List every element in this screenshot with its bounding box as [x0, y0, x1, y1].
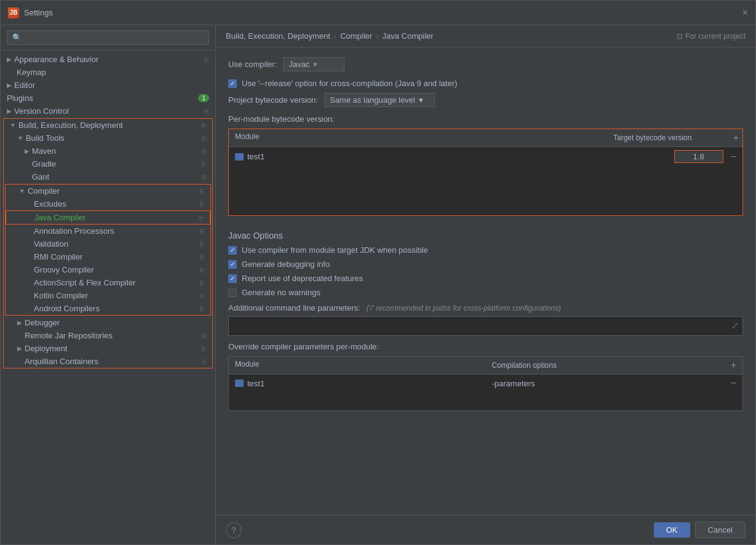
opt2-label: Generate debugging info: [242, 260, 330, 269]
breadcrumb-part3: Java Compiler: [383, 31, 434, 41]
version-cell-1: −: [607, 147, 742, 166]
sidebar-item-groovy[interactable]: Groovy Compiler ⎘: [6, 263, 210, 276]
sidebar-item-deployment[interactable]: ▶ Deployment ⎘: [4, 342, 212, 355]
compiler-arrow: ▾: [313, 60, 317, 69]
sidebar-item-remote-jar[interactable]: Remote Jar Repositories ⎘: [4, 329, 212, 342]
plugins-badge: 1: [198, 94, 209, 102]
window-title: Settings: [24, 8, 742, 17]
sidebar-item-build-tools[interactable]: ▼ Build Tools ⎘: [4, 132, 212, 145]
javac-options-title: Javac Options: [228, 231, 743, 241]
cancel-button[interactable]: Cancel: [695, 522, 746, 538]
sidebar-label-rmi: RMI Compiler: [34, 252, 197, 261]
release-option-label: Use '--release' option for cross-compila…: [242, 79, 457, 88]
add-override-btn[interactable]: +: [731, 360, 736, 371]
copy-icon-build-tools: ⎘: [202, 135, 206, 142]
opt2-checkbox[interactable]: [228, 260, 237, 269]
javac-options-section: Javac Options Use compiler from module t…: [228, 231, 743, 297]
close-button[interactable]: ×: [742, 7, 748, 18]
sidebar-label-kotlin: Kotlin Compiler: [34, 291, 197, 300]
override-empty: [229, 392, 742, 410]
module-name-1: test1: [247, 152, 265, 161]
sidebar-label-compiler: Compiler: [28, 186, 197, 196]
sidebar-item-android[interactable]: Android Compilers ⎘: [6, 302, 210, 315]
breadcrumb-part2: Compiler: [340, 31, 372, 41]
bytecode-table-header: Module Target bytecode version +: [229, 129, 742, 147]
sidebar-item-appearance[interactable]: ▶ Appearance & Behavior ⎘: [1, 53, 215, 66]
sidebar-label-keymap: Keymap: [17, 68, 209, 77]
sidebar-item-gradle[interactable]: Gradle ⎘: [4, 157, 212, 170]
cmd-line-label: Additional command line parameters:: [228, 303, 360, 312]
opt3-checkbox[interactable]: [228, 274, 237, 283]
arrow-maven: ▶: [25, 148, 30, 154]
sidebar-label-deployment: Deployment: [25, 344, 199, 353]
sidebar-item-keymap[interactable]: Keymap: [1, 66, 215, 79]
opt1-checkbox[interactable]: [228, 246, 237, 255]
release-option-checkbox[interactable]: [228, 79, 237, 88]
search-input[interactable]: [7, 30, 209, 45]
module-icon-1: [235, 153, 244, 161]
copy-icon-rmi: ⎘: [200, 253, 204, 261]
override-row-1: test1 -parameters −: [229, 375, 742, 392]
copy-icon-remote-jar: ⎘: [202, 332, 206, 340]
module-col-header: Module: [229, 129, 607, 146]
copy-icon-build: ⎘: [202, 122, 206, 129]
opt2-row: Generate debugging info: [228, 260, 743, 269]
cmd-input[interactable]: [234, 322, 738, 331]
release-option-row: Use '--release' option for cross-compila…: [228, 79, 743, 88]
sidebar-item-build-execution[interactable]: ▼ Build, Execution, Deployment ⎘: [4, 119, 212, 132]
arrow-build: ▼: [10, 122, 16, 129]
override-header: Module Compilation options +: [229, 357, 742, 375]
sidebar-item-compiler[interactable]: ▼ Compiler ⎘: [6, 185, 210, 197]
sidebar-label-groovy: Groovy Compiler: [34, 265, 197, 274]
sidebar-label-arquillian: Arquillian Containers: [25, 357, 199, 366]
override-wrapper: Module Compilation options + test1: [228, 356, 743, 411]
breadcrumb: Build, Execution, Deployment › Compiler …: [226, 31, 434, 41]
main-panel: Build, Execution, Deployment › Compiler …: [216, 25, 755, 544]
sidebar-item-kotlin[interactable]: Kotlin Compiler ⎘: [6, 289, 210, 302]
copy-icon-deployment: ⎘: [202, 345, 206, 352]
target-col-header: Target bytecode version +: [607, 129, 742, 146]
main-content: ▶ Appearance & Behavior ⎘ Keymap ▶ Edito…: [1, 25, 755, 544]
sidebar-item-rmi[interactable]: RMI Compiler ⎘: [6, 250, 210, 263]
settings-area: Use compiler: Javac ▾ Use '--release' op…: [216, 47, 755, 515]
sidebar-item-maven[interactable]: ▶ Maven ⎘: [4, 145, 212, 157]
sidebar-item-java-compiler[interactable]: Java Compiler ⎘: [6, 210, 210, 225]
compiler-dropdown[interactable]: Javac ▾: [283, 57, 344, 71]
copy-icon-gant: ⎘: [202, 173, 206, 181]
sidebar-label-editor: Editor: [14, 81, 209, 90]
remove-version-btn[interactable]: −: [731, 151, 736, 162]
use-compiler-label: Use compiler:: [228, 60, 277, 69]
breadcrumb-sep1: ›: [334, 31, 336, 41]
copy-icon-arquillian: ⎘: [202, 358, 206, 365]
opt4-checkbox[interactable]: [228, 288, 237, 297]
override-table: Module Compilation options + test1: [228, 356, 743, 411]
opt3-label: Report use of deprecated features: [242, 274, 363, 283]
sidebar-item-actionscript[interactable]: ActionScript & Flex Compiler ⎘: [6, 276, 210, 289]
sidebar-item-annotation[interactable]: Annotation Processors ⎘: [6, 225, 210, 237]
per-module-table: Module Target bytecode version +: [228, 129, 743, 222]
version-input-1[interactable]: [674, 150, 723, 163]
remove-override-btn[interactable]: −: [731, 378, 736, 389]
copy-icon-android: ⎘: [200, 305, 204, 312]
bytecode-row-1: test1 −: [229, 147, 742, 166]
sidebar-item-gant[interactable]: Gant ⎘: [4, 170, 212, 183]
opt4-label: Generate no warnings: [242, 288, 320, 297]
sidebar-label-appearance: Appearance & Behavior: [14, 55, 202, 64]
sidebar-item-validation[interactable]: Validation ⎘: [6, 237, 210, 250]
for-current-project: ⊡ For current project: [677, 32, 746, 41]
footer-bar: ? OK Cancel: [216, 515, 755, 544]
sidebar-label-gradle: Gradle: [32, 159, 199, 169]
add-version-btn[interactable]: +: [733, 132, 739, 143]
copy-icon-maven: ⎘: [202, 148, 206, 155]
expand-icon[interactable]: ⤢: [731, 320, 739, 330]
sidebar-item-debugger[interactable]: ▶ Debugger: [4, 316, 212, 329]
sidebar-item-plugins[interactable]: Plugins 1: [1, 92, 215, 105]
sidebar-item-arquillian[interactable]: Arquillian Containers ⎘: [4, 355, 212, 368]
sidebar-item-excludes[interactable]: Excludes ⎘: [6, 197, 210, 210]
sidebar-item-editor[interactable]: ▶ Editor: [1, 79, 215, 92]
sidebar-item-version-control[interactable]: ▶ Version Control ⎘: [1, 105, 215, 117]
ok-button[interactable]: OK: [654, 522, 690, 538]
bytecode-dropdown[interactable]: Same as language level ▾: [324, 93, 435, 107]
sidebar-label-gant: Gant: [32, 172, 199, 181]
help-button[interactable]: ?: [226, 522, 242, 538]
